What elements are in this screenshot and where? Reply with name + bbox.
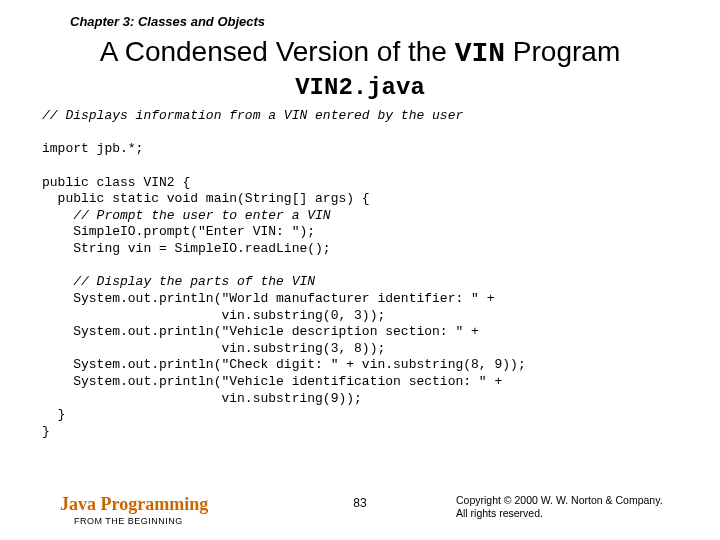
code-line: } [42,407,65,422]
code-comment: // Displays information from a VIN enter… [42,108,463,123]
code-comment: // Prompt the user to enter a VIN [42,208,331,223]
code-line: System.out.println("Check digit: " + vin… [42,357,526,372]
title-suffix: Program [505,36,620,67]
code-line: public static void main(String[] args) { [42,191,370,206]
footer-copyright: Copyright © 2000 W. W. Norton & Company.… [456,494,676,520]
title-mono: VIN [455,38,505,69]
copyright-line: Copyright © 2000 W. W. Norton & Company. [456,494,676,507]
code-line: } [42,424,50,439]
code-line: System.out.println("World manufacturer i… [42,291,494,306]
code-line: vin.substring(3, 8)); [42,341,385,356]
copyright-line: All rights reserved. [456,507,676,520]
code-line: System.out.println("Vehicle description … [42,324,479,339]
code-block: // Displays information from a VIN enter… [42,108,678,441]
title-prefix: A Condensed Version of the [100,36,455,67]
code-comment: // Display the parts of the VIN [42,274,315,289]
code-line: String vin = SimpleIO.readLine(); [42,241,331,256]
footer: Java Programming FROM THE BEGINNING 83 C… [0,486,720,526]
code-line: vin.substring(9)); [42,391,362,406]
slide-subtitle: VIN2.java [0,74,720,101]
footer-tagline: FROM THE BEGINNING [74,516,208,526]
chapter-label: Chapter 3: Classes and Objects [70,14,265,29]
code-line: import jpb.*; [42,141,143,156]
code-line: vin.substring(0, 3)); [42,308,385,323]
code-line: public class VIN2 { [42,175,190,190]
code-line: SimpleIO.prompt("Enter VIN: "); [42,224,315,239]
code-line: System.out.println("Vehicle identificati… [42,374,502,389]
slide-title: A Condensed Version of the VIN Program [0,36,720,69]
